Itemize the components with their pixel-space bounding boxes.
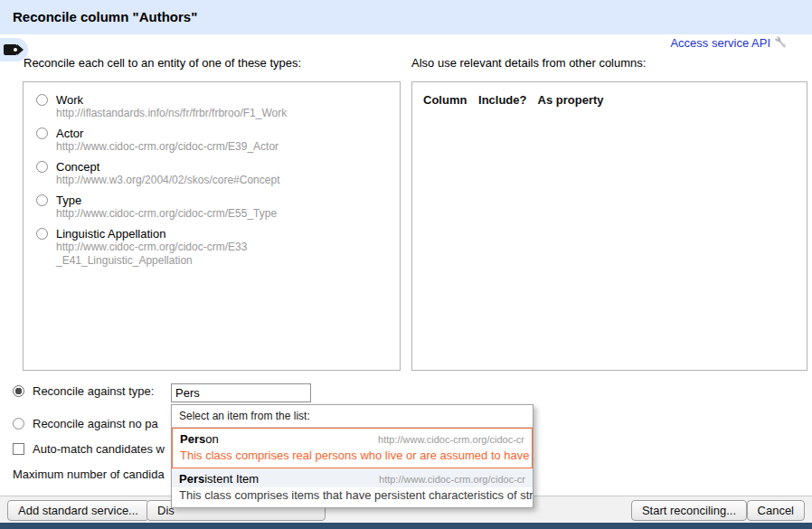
suggest-item-persistent-item[interactable]: Persistent Item http://www.cidoc-crm.org…	[172, 468, 533, 507]
column-header-as-property: As property	[538, 93, 604, 107]
type-option-actor[interactable]: Actor http://www.cidoc-crm.org/cidoc-crm…	[36, 127, 391, 154]
radio-concept[interactable]	[36, 161, 48, 173]
columns-table-header: Column Include? As property	[423, 93, 798, 107]
type-option-linguistic-appellation[interactable]: Linguistic Appellation http://www.cidoc-…	[36, 227, 391, 268]
reconcile-no-type-row: Reconcile against no pa	[13, 417, 158, 430]
dialog-header: Reconcile column "Authors"	[0, 0, 812, 34]
columns-panel: Column Include? As property	[411, 81, 807, 371]
type-search-input[interactable]	[171, 383, 311, 402]
suggest-item-name: Person	[180, 432, 219, 446]
cancel-button[interactable]: Cancel	[747, 500, 805, 521]
access-service-api-link[interactable]: Access service API	[670, 36, 770, 50]
type-label: Linguistic Appellation	[56, 227, 165, 241]
types-panel: Work http://iflastandards.info/ns/fr/frb…	[23, 81, 401, 371]
max-candidates-row: Maximum number of candida	[13, 468, 165, 481]
suggest-item-person[interactable]: Person http://www.cidoc-crm.org/cidoc-cr…	[172, 428, 533, 468]
type-option-type[interactable]: Type http://www.cidoc-crm.org/cidoc-crm/…	[36, 194, 391, 221]
max-candidates-label: Maximum number of candida	[13, 468, 165, 481]
bottom-strip	[0, 523, 812, 529]
wrench-icon: 🔧	[774, 36, 787, 48]
suggest-item-description: This class comprises items that have per…	[172, 487, 533, 507]
automatch-checkbox[interactable]	[13, 443, 24, 455]
radio-type[interactable]	[36, 194, 48, 206]
radio-work[interactable]	[36, 94, 48, 106]
suggest-item-url: http://www.cidoc-crm.org/cidoc-cr	[378, 434, 524, 445]
type-url: http://www.cidoc-crm.org/cidoc-crm/E55_T…	[56, 207, 391, 221]
automatch-label: Auto-match candidates w	[33, 442, 165, 456]
radio-reconcile-against-type[interactable]	[13, 385, 24, 397]
add-standard-service-button[interactable]: Add standard service...	[7, 500, 149, 521]
radio-reconcile-no-type[interactable]	[13, 418, 24, 430]
type-label: Type	[56, 194, 81, 207]
types-section-label: Reconcile each cell to an entity of one …	[24, 56, 301, 70]
tag-icon	[4, 44, 17, 55]
type-url: http://www.w3.org/2004/02/skos/core#Conc…	[56, 174, 391, 187]
radio-actor[interactable]	[36, 128, 48, 139]
reconcile-no-type-label: Reconcile against no pa	[33, 417, 158, 430]
columns-section-label: Also use relevant details from other col…	[411, 56, 646, 70]
type-suggest-dropdown: Select an item from the list: Person htt…	[171, 404, 533, 508]
start-reconciling-button[interactable]: Start reconciling...	[631, 500, 747, 521]
type-url: http://www.cidoc-crm.org/cidoc-crm/E39_A…	[56, 140, 391, 154]
suggest-item-name: Persistent Item	[179, 472, 259, 486]
reconcile-against-type-label: Reconcile against type:	[33, 384, 154, 398]
type-option-concept[interactable]: Concept http://www.w3.org/2004/02/skos/c…	[36, 160, 391, 187]
type-option-work[interactable]: Work http://iflastandards.info/ns/fr/frb…	[36, 93, 391, 120]
suggest-header: Select an item from the list:	[172, 405, 533, 428]
column-header-include: Include?	[478, 93, 526, 107]
page-title: Reconcile column "Authors"	[13, 0, 197, 34]
reconcile-against-type-row: Reconcile against type:	[13, 384, 154, 398]
reconcile-dialog: Reconcile column "Authors" Access servic…	[0, 0, 812, 529]
radio-linguistic-appellation[interactable]	[36, 228, 48, 240]
type-url: http://www.cidoc-crm.org/cidoc-crm/E33_E…	[56, 241, 250, 268]
automatch-row: Auto-match candidates w	[13, 442, 165, 456]
type-label: Actor	[56, 127, 83, 140]
suggest-item-url: http://www.cidoc-crm.org/cidoc-cr	[379, 474, 525, 485]
type-label: Concept	[56, 160, 99, 174]
type-url: http://iflastandards.info/ns/fr/frbr/frb…	[56, 107, 391, 120]
column-header-column: Column	[423, 93, 467, 107]
type-label: Work	[56, 93, 83, 107]
suggest-item-description: This class comprises real persons who li…	[173, 448, 532, 468]
